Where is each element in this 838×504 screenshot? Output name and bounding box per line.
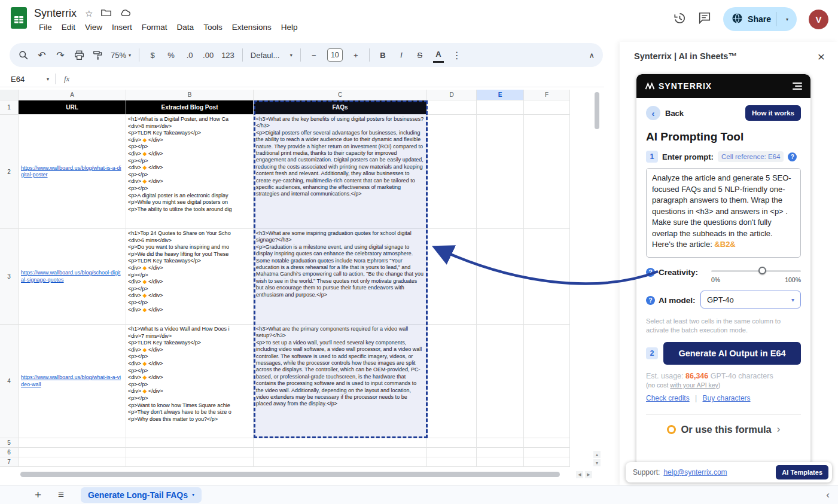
tab-menu-caret-icon[interactable]: ▾	[192, 492, 194, 497]
cell-e6[interactable]	[477, 448, 524, 457]
cell-a5[interactable]	[19, 438, 126, 448]
redo-icon[interactable]: ↷	[55, 47, 66, 63]
cell-e1[interactable]	[477, 100, 524, 115]
increase-decimal-button[interactable]: .00	[203, 47, 214, 63]
menu-edit[interactable]: Edit	[57, 22, 80, 33]
prompt-help-icon[interactable]: ?	[788, 152, 797, 161]
column-header-f[interactable]: F	[524, 90, 570, 100]
support-email-link[interactable]: help@synterrix.com	[663, 468, 727, 476]
row-header-4[interactable]: 4	[0, 325, 19, 438]
cell-d6[interactable]	[427, 448, 477, 457]
cell-f5[interactable]	[524, 438, 570, 448]
cell-f4[interactable]	[524, 325, 570, 438]
move-folder-icon[interactable]	[101, 8, 111, 19]
addon-menu-icon[interactable]	[793, 83, 802, 90]
cell-c4-faqs[interactable]: <h3>What are the primary components requ…	[254, 325, 427, 438]
column-header-a[interactable]: A	[19, 90, 126, 100]
row-header-3[interactable]: 3	[0, 229, 19, 325]
close-icon[interactable]: ×	[818, 50, 825, 63]
cell-c3-faqs[interactable]: <h3>What are some inspiring graduation q…	[254, 229, 427, 325]
cell-f2[interactable]	[524, 115, 570, 229]
cell-b2-blog-post[interactable]: <h1>What is a Digital Poster, and How Ca…	[126, 115, 254, 229]
vertical-scrollbar-thumb[interactable]	[595, 92, 599, 129]
cell-a3-url[interactable]: https://www.wallboard.us/blog/school-dig…	[19, 229, 126, 325]
column-header-d[interactable]: D	[427, 90, 477, 100]
text-color-button[interactable]: A	[433, 47, 444, 63]
creativity-slider[interactable]: 0% 100%	[711, 267, 801, 283]
cell-b5[interactable]	[126, 438, 254, 448]
cell-e4[interactable]	[477, 325, 524, 438]
menu-insert[interactable]: Insert	[107, 22, 137, 33]
cell-e7[interactable]	[477, 457, 524, 467]
collapse-toolbar-icon[interactable]: ∧	[589, 51, 595, 60]
cell-c6[interactable]	[254, 448, 427, 457]
account-avatar[interactable]: V	[809, 10, 828, 29]
row-header-5[interactable]: 5	[0, 438, 19, 448]
comments-icon[interactable]	[698, 11, 711, 27]
cell-d3[interactable]	[427, 229, 477, 325]
cell-c2-faqs[interactable]: <h3>What are the key benefits of using d…	[254, 115, 427, 229]
column-header-e[interactable]: E	[477, 90, 524, 100]
cell-f1[interactable]	[524, 100, 570, 115]
buy-characters-link[interactable]: Buy characters	[703, 394, 751, 402]
cell-a7[interactable]	[19, 457, 126, 467]
cell-d2[interactable]	[427, 115, 477, 229]
share-dropdown-icon[interactable]: ▾	[781, 17, 793, 22]
search-icon[interactable]	[18, 47, 29, 63]
cell-reference-chip[interactable]: Cell reference: E64	[718, 151, 784, 162]
url-link[interactable]: https://www.wallboard.us/blog/school-dig…	[21, 270, 123, 283]
cell-a6[interactable]	[19, 448, 126, 457]
cell-b7[interactable]	[126, 457, 254, 467]
format-currency-button[interactable]: $	[147, 47, 158, 63]
row-header-6[interactable]: 6	[0, 448, 19, 457]
star-icon[interactable]: ☆	[85, 8, 93, 19]
decrease-decimal-button[interactable]: .0	[184, 47, 195, 63]
check-credits-link[interactable]: Check credits	[646, 394, 690, 402]
menu-view[interactable]: View	[80, 22, 107, 33]
sheet-tab-generate-long-tail-faqs[interactable]: Generate Long-Tail FAQs ▾	[81, 487, 202, 503]
row-header-2[interactable]: 2	[0, 115, 19, 229]
menu-help[interactable]: Help	[276, 22, 303, 33]
back-button[interactable]: ‹ Back	[646, 106, 684, 120]
vertical-scrollbar[interactable]: ▲ ▼	[593, 91, 601, 466]
cell-d4[interactable]	[427, 325, 477, 438]
url-link[interactable]: https://www.wallboard.us/blog/what-is-a-…	[21, 374, 123, 388]
cell-c5[interactable]	[254, 438, 427, 448]
cell-a1-url-header[interactable]: URL	[19, 100, 126, 115]
cell-b3-blog-post[interactable]: <h1>Top 24 Quotes to Share on Your Scho …	[126, 229, 254, 325]
column-header-c[interactable]: C	[254, 90, 427, 100]
scroll-right-icon[interactable]: ▶	[585, 471, 592, 478]
cell-e2[interactable]	[477, 115, 524, 229]
font-selector[interactable]: Defaul...▾	[251, 51, 292, 60]
ai-templates-button[interactable]: AI Templates	[776, 465, 828, 479]
document-status-cloud-icon[interactable]	[120, 8, 131, 19]
horizontal-scrollbar-thumb[interactable]	[20, 472, 560, 477]
ai-model-select[interactable]: GPT-4o ▾	[700, 291, 801, 308]
api-key-link[interactable]: with your API key	[670, 381, 718, 389]
select-all-corner[interactable]	[0, 90, 19, 100]
bold-button[interactable]: B	[377, 47, 388, 63]
zoom-control[interactable]: 75%▾	[111, 51, 131, 60]
share-button[interactable]: Share ▾	[723, 7, 797, 31]
cell-f7[interactable]	[524, 457, 570, 467]
scroll-left-icon[interactable]: ◀	[576, 471, 583, 478]
version-history-icon[interactable]	[672, 11, 686, 28]
prompt-textarea[interactable]: Analyze the article and generate 5 SEO-f…	[646, 168, 801, 258]
menu-format[interactable]: Format	[137, 22, 172, 33]
google-sheets-logo-icon[interactable]	[11, 7, 27, 33]
creativity-help-icon[interactable]: ?	[646, 268, 655, 277]
decrease-font-size-button[interactable]: −	[309, 47, 319, 63]
cell-f6[interactable]	[524, 448, 570, 457]
document-title[interactable]: Synterrix	[34, 7, 77, 20]
scroll-up-icon[interactable]: ▲	[593, 451, 601, 458]
how-it-works-button[interactable]: How it works	[745, 105, 801, 121]
italic-button[interactable]: I	[396, 47, 407, 63]
slider-knob[interactable]	[758, 267, 766, 274]
undo-icon[interactable]: ↶	[36, 47, 47, 63]
increase-font-size-button[interactable]: +	[351, 47, 361, 63]
row-header-7[interactable]: 7	[0, 457, 19, 467]
menu-data[interactable]: Data	[172, 22, 199, 33]
print-icon[interactable]	[74, 47, 84, 63]
use-formula-teaser[interactable]: Or use this formula ›	[646, 414, 801, 435]
horizontal-scrollbar[interactable]: ◀ ▶	[20, 471, 592, 478]
